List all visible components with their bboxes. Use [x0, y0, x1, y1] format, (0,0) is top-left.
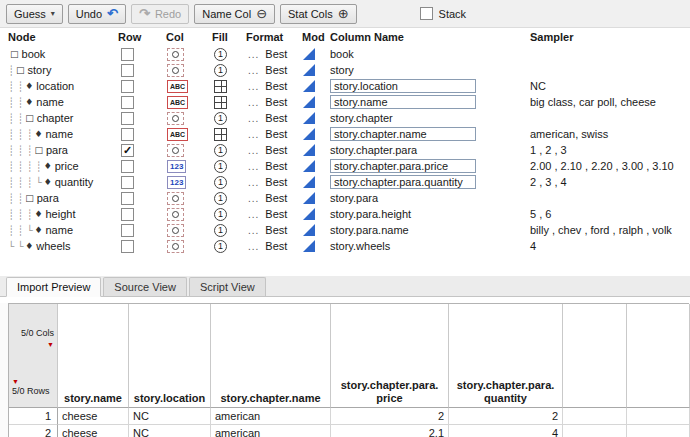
row-number[interactable]: 2 [9, 425, 58, 437]
format-value[interactable]: Best [265, 176, 287, 188]
stack-checkbox[interactable] [420, 7, 433, 20]
row-checkbox[interactable] [121, 48, 134, 61]
cell-story-name[interactable]: cheese [58, 425, 129, 437]
column-name[interactable]: story.chapter.para.quantity [330, 175, 476, 189]
column-header[interactable]: story.chapter.para. quantity [449, 304, 563, 408]
row-checkbox[interactable] [121, 176, 134, 189]
column-name[interactable]: book [330, 48, 354, 60]
tree-node[interactable]: □ book [8, 46, 118, 62]
tree-node[interactable]: ┊ ┊ ♦ name [8, 94, 118, 110]
format-ellipsis-button[interactable]: ... [248, 209, 259, 220]
continuous-modeling-icon[interactable] [303, 208, 315, 220]
fill-once-icon[interactable]: 1 [214, 160, 227, 173]
tab-source-view[interactable]: Source View [103, 277, 187, 296]
format-ellipsis-button[interactable]: ... [248, 241, 259, 252]
rows-menu-icon[interactable]: ▼ [12, 378, 19, 385]
continuous-modeling-icon[interactable] [303, 240, 315, 252]
no-column-icon[interactable] [167, 224, 184, 237]
fill-once-icon[interactable]: 1 [214, 192, 227, 205]
continuous-modeling-icon[interactable] [303, 96, 315, 108]
no-column-icon[interactable] [167, 192, 184, 205]
tree-node[interactable]: ┊ ┊ ♦ location [8, 78, 118, 94]
tree-node[interactable]: ┊ ┊ ┊ ♦ name [8, 126, 118, 142]
tree-node[interactable]: └ └ ♦ wheels [8, 238, 118, 254]
fill-repeat-icon[interactable] [214, 96, 227, 109]
tree-node[interactable]: ┊ ┊ □ chapter [8, 110, 118, 126]
cell-quantity[interactable]: 2 [449, 408, 563, 425]
continuous-modeling-icon[interactable] [303, 112, 315, 124]
row-checkbox[interactable] [121, 128, 134, 141]
format-ellipsis-button[interactable]: ... [248, 129, 259, 140]
format-value[interactable]: Best [265, 96, 287, 108]
stat-cols-button[interactable]: Stat Cols ⊕ [280, 4, 357, 24]
row-checkbox[interactable] [121, 240, 134, 253]
format-ellipsis-button[interactable]: ... [248, 65, 259, 76]
continuous-modeling-icon[interactable] [303, 224, 315, 236]
continuous-modeling-icon[interactable] [303, 192, 315, 204]
format-value[interactable]: Best [265, 160, 287, 172]
format-value[interactable]: Best [265, 112, 287, 124]
format-ellipsis-button[interactable]: ... [248, 113, 259, 124]
cell-story-location[interactable]: NC [129, 408, 211, 425]
format-ellipsis-button[interactable]: ... [248, 145, 259, 156]
character-column-icon[interactable]: ABC [167, 80, 188, 93]
tree-node[interactable]: ┊ ┊ ┊ ┊ ♦ price [8, 158, 118, 174]
row-number[interactable]: 1 [9, 408, 58, 425]
format-ellipsis-button[interactable]: ... [248, 225, 259, 236]
continuous-modeling-icon[interactable] [303, 144, 315, 156]
columns-menu-icon[interactable]: ▼ [47, 341, 54, 348]
continuous-modeling-icon[interactable] [303, 64, 315, 76]
column-header[interactable]: story.chapter.name [211, 304, 331, 408]
cell-chapter-name[interactable]: american [211, 425, 331, 437]
continuous-modeling-icon[interactable] [303, 128, 315, 140]
column-name[interactable]: story.para.height [330, 208, 411, 220]
tree-node[interactable]: ┊ ┊ └ ♦ name [8, 222, 118, 238]
column-name[interactable]: story.wheels [330, 240, 390, 252]
row-checkbox[interactable] [121, 112, 134, 125]
numeric-column-icon[interactable]: 123 [167, 160, 186, 173]
format-value[interactable]: Best [265, 80, 287, 92]
column-name[interactable]: story.name [330, 95, 476, 109]
format-value[interactable]: Best [265, 144, 287, 156]
cell-story-location[interactable]: NC [129, 425, 211, 437]
no-column-icon[interactable] [167, 48, 184, 61]
no-column-icon[interactable] [167, 240, 184, 253]
fill-once-icon[interactable]: 1 [214, 112, 227, 125]
guess-button[interactable]: Guess ▾ [6, 4, 63, 24]
row-checkbox[interactable]: ✓ [121, 144, 134, 157]
fill-repeat-icon[interactable] [214, 128, 227, 141]
character-column-icon[interactable]: ABC [167, 128, 188, 141]
numeric-column-icon[interactable]: 123 [167, 176, 186, 189]
row-checkbox[interactable] [121, 64, 134, 77]
fill-once-icon[interactable]: 1 [214, 176, 227, 189]
table-corner[interactable]: 5/0 Cols ▼ ▼ 5/0 Rows [9, 304, 58, 408]
format-value[interactable]: Best [265, 224, 287, 236]
column-name[interactable]: story.chapter [330, 112, 393, 124]
format-value[interactable]: Best [265, 192, 287, 204]
column-name[interactable]: story.chapter.name [330, 127, 476, 141]
fill-once-icon[interactable]: 1 [214, 208, 227, 221]
character-column-icon[interactable]: ABC [167, 96, 188, 109]
tab-import-preview[interactable]: Import Preview [6, 277, 101, 297]
format-ellipsis-button[interactable]: ... [248, 193, 259, 204]
undo-button[interactable]: Undo ↶ [68, 4, 126, 24]
format-ellipsis-button[interactable]: ... [248, 161, 259, 172]
tree-node[interactable]: ┊ ┊ □ para [8, 190, 118, 206]
continuous-modeling-icon[interactable] [303, 80, 315, 92]
cell-chapter-name[interactable]: american [211, 408, 331, 425]
format-value[interactable]: Best [265, 64, 287, 76]
column-name[interactable]: story.chapter.para.price [330, 159, 476, 173]
cell-price[interactable]: 2.1 [331, 425, 449, 437]
tree-node[interactable]: ┊ ┊ ┊ └ ♦ quantity [8, 174, 118, 190]
column-name[interactable]: story [330, 64, 354, 76]
row-checkbox[interactable] [121, 160, 134, 173]
tab-script-view[interactable]: Script View [189, 277, 266, 296]
continuous-modeling-icon[interactable] [303, 160, 315, 172]
row-checkbox[interactable] [121, 80, 134, 93]
tree-node[interactable]: ┊ □ story [8, 62, 118, 78]
no-column-icon[interactable] [167, 208, 184, 221]
column-header[interactable]: story.chapter.para. price [331, 304, 449, 408]
format-value[interactable]: Best [265, 240, 287, 252]
row-checkbox[interactable] [121, 208, 134, 221]
format-ellipsis-button[interactable]: ... [248, 97, 259, 108]
